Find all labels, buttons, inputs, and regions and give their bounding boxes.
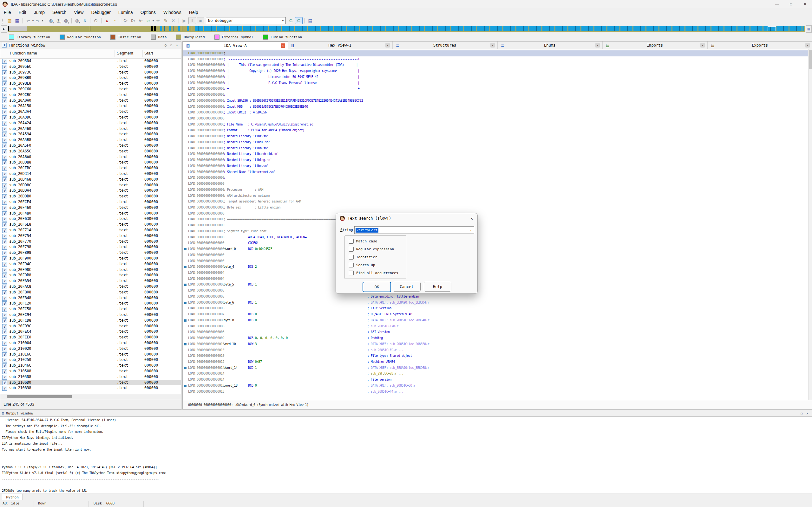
function-row[interactable]: fsub_20FCD8.text000000 [0,318,181,324]
disasm-line[interactable]: LOAD:0000000000000010; sub_20851C+FC↓r .… [183,347,812,353]
function-row[interactable]: fsub_20FD3C.text000000 [0,324,181,329]
function-row[interactable]: fsub_20A5F0.text000000 [0,143,181,149]
function-row[interactable]: fsub_210250.text000000 [0,357,181,363]
menu-jump[interactable]: Jump [30,9,49,16]
ida-view-a[interactable]: LOAD:0000000000000000;LOAD:0000000000000… [183,49,812,400]
waitbox-icon[interactable]: ◔ [111,17,118,24]
search-next-icon[interactable]: ◎▸ [73,17,81,24]
function-row[interactable]: fsub_21046C.text000000 [0,363,181,369]
function-row[interactable]: fsub_20D468.text000000 [0,177,181,182]
menu-help[interactable]: Help [185,9,202,16]
tab-ida-view-a[interactable]: ▥IDA View-A✕ [183,42,288,50]
checkbox-box[interactable] [349,263,354,268]
disasm-line[interactable]: LOAD:0000000000000000; | This file was g… [183,62,812,68]
function-row[interactable]: fsub_20A0A0.text000000 [0,98,181,104]
disasm-line[interactable]: LOAD:0000000000000004 [183,276,812,282]
function-row[interactable]: fsub_20A150.text000000 [0,103,181,109]
function-row[interactable]: fsub_20A594.text000000 [0,131,181,137]
chevron-down-icon[interactable]: ▼ [281,19,286,22]
disasm-line[interactable]: LOAD:0000000000000006; File version [183,305,812,312]
breakpoints-icon[interactable]: ▤ [307,17,314,24]
problems-icon[interactable]: ▲ [103,17,110,24]
checkbox-box[interactable] [349,247,354,251]
function-row[interactable]: fsub_20F770.text000000 [0,239,181,245]
function-row[interactable]: fsub_20DD8C.text000000 [0,182,181,188]
disasm-line[interactable]: LOAD:0000000000000000; Target assembler:… [183,199,812,205]
disasm-line[interactable]: LOAD:0000000000000014; sub_29F38C+28↓r .… [183,371,812,377]
function-row[interactable]: fsub_20FA54.text000000 [0,278,181,284]
function-row[interactable]: fsub_20F460.text000000 [0,205,181,211]
disasm-line[interactable]: LOAD:0000000000000018qword_18DCQ 0; DATA… [183,383,812,389]
disasm-line[interactable]: LOAD:0000000000000000; +----------------… [183,56,812,62]
panel-restore-icon[interactable]: ▢ [163,43,168,48]
functions-column-headers[interactable]: Function name Segment Start [0,49,181,59]
function-row[interactable]: fsub_20D314.text000000 [0,171,181,177]
checkbox-regular-expression[interactable]: Regular expression [349,247,394,251]
function-row[interactable]: fsub_209BB0.text000000 [0,75,181,81]
dropdown-caret-icon[interactable]: ▾ [153,19,154,22]
output-window-titlebar[interactable]: ≣ Output window ❐ ✕ [0,410,812,417]
disasm-line[interactable]: LOAD:0000000000000000; Processor : ARM [183,187,812,193]
function-row[interactable]: fsub_20F898.text000000 [0,250,181,256]
function-row[interactable]: fsub_20F900.text000000 [0,256,181,262]
tab-close-icon[interactable]: ✕ [595,43,600,48]
disasm-line[interactable]: LOAD:0000000000000000; Input MD5 : 82095… [183,104,812,110]
function-row[interactable]: fsub_20A460.text000000 [0,126,181,132]
hscrollbar-thumb[interactable] [7,395,72,398]
menu-windows[interactable]: Windows [159,9,185,16]
function-row[interactable]: fsub_20F630.text000000 [0,216,181,222]
disasm-line[interactable]: LOAD:0000000000000000CODE64 [183,240,812,246]
disasm-line[interactable]: LOAD:0000000000000000; Needed Library 'l… [183,133,812,139]
function-row[interactable]: fsub_20DDB0.text000000 [0,193,181,199]
function-row[interactable]: fsub_20DDA4.text000000 [0,188,181,193]
chevron-down-icon[interactable]: ▾ [470,228,472,232]
dialog-titlebar[interactable]: Text search (slow!) ✕ [336,213,477,223]
tab-exports[interactable]: ▤Exports✕ [708,42,812,49]
band-options-button[interactable]: ▦ [806,25,812,33]
save-file-icon[interactable]: ▦ [14,17,20,24]
search-binary-icon[interactable]: ◎1 [62,17,69,24]
band-left-arrow-button[interactable]: ▶ [1,25,7,33]
function-row[interactable]: fsub_20A65C.text000000 [0,149,181,154]
function-row[interactable]: fsub_20CFBC.text000000 [0,165,181,171]
delete-icon[interactable]: ✕ [170,17,177,24]
function-row[interactable]: fsub_2105D8.text000000 [0,374,181,380]
output-log[interactable]: License: 54-FD16-934A-C7 P.Y.G Team, Per… [0,416,812,494]
function-row[interactable]: fsub_209BE8.text000000 [0,81,181,87]
create-string-icon[interactable]: A+ [137,17,144,24]
function-row[interactable]: fsub_20FAC8.text000000 [0,284,181,290]
function-row[interactable]: fsub_2106D0.text000000 [0,380,181,386]
debugger-select[interactable]: No debugger▼ [206,17,286,24]
function-row[interactable]: fsub_20A3DC.text000000 [0,115,181,120]
function-row[interactable]: fsub_209CBC.text000000 [0,92,181,98]
function-row[interactable]: fsub_20F98C.text000000 [0,267,181,273]
dropdown-caret-icon[interactable]: ▾ [42,19,43,22]
vscrollbar-thumb[interactable] [809,50,812,69]
disasm-line[interactable]: LOAD:0000000000000004 [183,270,812,276]
cancel-button[interactable]: Cancel [393,282,420,291]
disasm-line[interactable]: LOAD:0000000000000000 [183,252,812,258]
disasm-line[interactable]: LOAD:0000000000000000; Input SHA256 : 80… [183,98,812,104]
checkbox-identifier[interactable]: Identifier [349,255,377,260]
nav-back-icon[interactable]: ⇦ [25,17,32,24]
search-string-value[interactable]: VerifyCert [356,228,378,233]
search-address-icon[interactable]: ◎# [47,17,54,24]
checkbox-find-all-occurrences[interactable]: Find all occurrences [349,271,398,275]
disasm-line[interactable]: LOAD:0000000000000009DCB 0, 0, 0, 0, 0, … [183,335,812,341]
disasm-line[interactable]: LOAD:0000000000000000 [183,211,812,217]
disasm-line[interactable]: LOAD:0000000000000008; sub_20851C+178↓r … [183,324,812,330]
start-process-icon[interactable]: C [295,17,303,24]
close-button[interactable]: ✕ [798,0,812,8]
disasm-line[interactable]: LOAD:0000000000000005byte_5DCB 1 [183,282,812,288]
disasm-line[interactable]: LOAD:0000000000000008; ABI Version [183,329,812,335]
attach-process-icon[interactable]: C [287,17,294,24]
disasm-line[interactable]: LOAD:0000000000000014; File version [183,377,812,383]
function-row[interactable]: fsub_20FC94.text000000 [0,312,181,318]
search-text-icon[interactable]: ◎T [55,17,62,24]
menu-view[interactable]: View [70,9,87,16]
function-row[interactable]: fsub_210020.text000000 [0,346,181,352]
menu-lumina[interactable]: Lumina [114,9,137,16]
disasm-line[interactable]: LOAD:0000000000000008byte_8DCB 0; DATA X… [183,318,812,324]
menu-file[interactable]: File [0,9,15,16]
navigator-band[interactable] [8,26,805,32]
